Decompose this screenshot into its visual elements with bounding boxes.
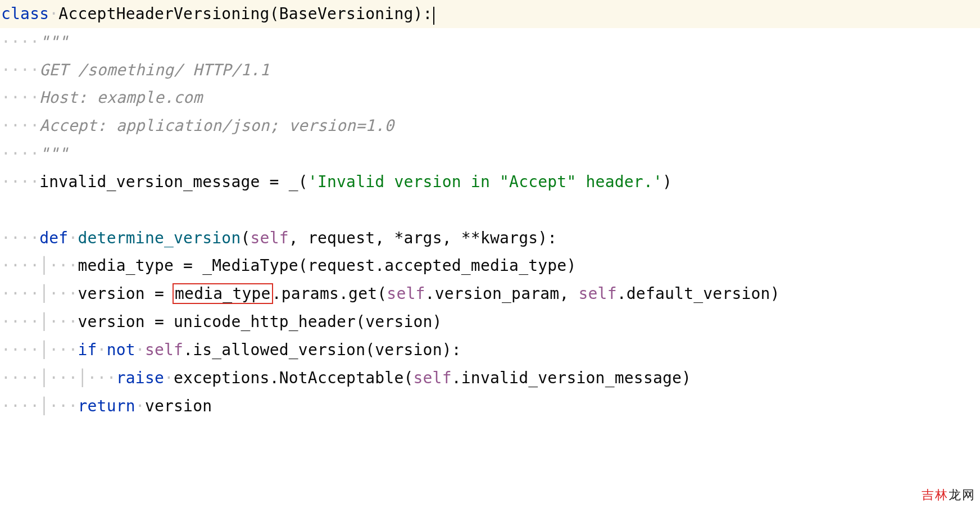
base-class: BaseVersioning (279, 4, 414, 23)
highlighted-token-box: media_type (173, 283, 273, 304)
indent-guide: ····│··· (1, 312, 78, 331)
params: , request, *args, **kwargs): (289, 229, 557, 247)
param-self: self (251, 229, 289, 247)
code-line-8[interactable]: ····def·determine_version(self, request,… (0, 224, 980, 252)
docstring-text: GET /something/ HTTP/1.1 (39, 61, 269, 79)
code-line-5[interactable]: ····Accept: application/json; version=1.… (0, 112, 980, 140)
indent-guide: ····│···│··· (1, 369, 116, 387)
code-line-9[interactable]: ····│···media_type = _MediaType(request.… (0, 252, 980, 280)
indent-dots: ···· (1, 144, 39, 163)
code-line-7[interactable]: ····invalid_version_message = _('Invalid… (0, 168, 980, 196)
keyword-not: not (107, 341, 135, 359)
code-line-14[interactable]: ····│···return·version (0, 392, 980, 420)
self-ref: self (387, 284, 425, 303)
code-editor[interactable]: class·AcceptHeaderVersioning(BaseVersion… (0, 0, 980, 420)
indent-dots: ···· (1, 229, 39, 247)
indent-guide: ····│··· (1, 397, 78, 415)
code-line-12[interactable]: ····│···if·not·self.is_allowed_version(v… (0, 336, 980, 364)
code-line-13[interactable]: ····│···│···raise·exceptions.NotAcceptab… (0, 364, 980, 392)
code-line-6[interactable]: ····""" (0, 140, 980, 168)
code-line-1[interactable]: class·AcceptHeaderVersioning(BaseVersion… (0, 0, 980, 28)
variable: media_type (78, 256, 174, 275)
docstring-text: Host: example.com (39, 88, 202, 107)
function-call: _ (289, 173, 298, 191)
indent-dots: ···· (1, 88, 39, 107)
indent-dots: ···· (1, 61, 39, 79)
expression: unicode_http_header(version) (174, 312, 442, 331)
function-name: determine_version (78, 229, 241, 247)
code-line-blank[interactable] (0, 196, 980, 224)
keyword-def: def (39, 229, 68, 247)
docstring-open: """ (39, 33, 68, 51)
keyword-return: return (78, 397, 135, 415)
indent-dots: ···· (1, 173, 39, 191)
self-ref: self (145, 341, 183, 359)
code-line-3[interactable]: ····GET /something/ HTTP/1.1 (0, 56, 980, 84)
docstring-close: """ (39, 144, 68, 163)
indent-guide: ····│··· (1, 256, 78, 275)
highlighted-token: media_type (175, 284, 271, 303)
indent-guide: ····│··· (1, 284, 78, 303)
keyword-raise: raise (116, 369, 164, 387)
code-line-4[interactable]: ····Host: example.com (0, 84, 980, 112)
indent-dots: ···· (1, 116, 39, 135)
variable: invalid_version_message (39, 173, 260, 191)
string-literal: 'Invalid version in "Accept" header.' (308, 173, 663, 191)
variable: version (78, 284, 144, 303)
code-line-11[interactable]: ····│···version = unicode_http_header(ve… (0, 308, 980, 336)
keyword-class: class (1, 4, 49, 23)
text-cursor (433, 7, 434, 25)
variable: version (145, 397, 212, 415)
code-line-2[interactable]: ····""" (0, 28, 980, 56)
variable: version (78, 312, 144, 331)
indent-dots: ···· (1, 33, 39, 51)
code-line-10[interactable]: ····│···version = media_type.params.get(… (0, 280, 980, 308)
self-ref: self (579, 284, 617, 303)
expression: _MediaType(request.accepted_media_type) (202, 256, 576, 275)
class-name: AcceptHeaderVersioning (58, 4, 269, 23)
keyword-if: if (78, 341, 97, 359)
self-ref: self (414, 369, 452, 387)
docstring-text: Accept: application/json; version=1.0 (39, 116, 394, 135)
indent-guide: ····│··· (1, 341, 78, 359)
